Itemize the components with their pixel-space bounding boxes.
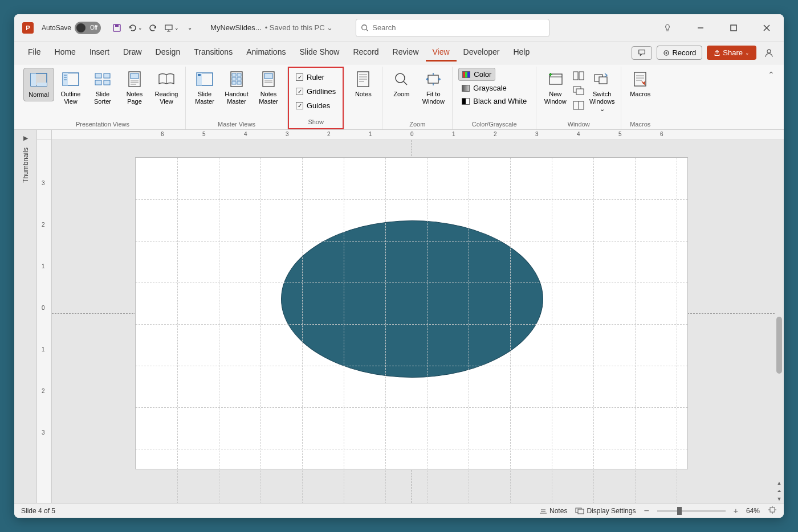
handout-master-button[interactable]: Handout Master [221,68,252,108]
slide[interactable] [135,157,688,469]
tab-view[interactable]: View [426,44,457,62]
zoom-slider[interactable] [657,510,726,512]
group-show: ✓Ruler ✓Gridlines ✓Guides Show [288,67,344,129]
help-hint-button[interactable] [655,19,680,37]
undo-button[interactable]: ⌄ [127,20,143,36]
grayscale-button[interactable]: Grayscale [458,82,510,94]
reading-view-button[interactable]: Reading View [151,68,182,108]
notes-master-button[interactable]: Notes Master [253,68,284,108]
next-slide-button[interactable]: ▼ [775,496,784,502]
user-icon [764,48,773,58]
collapse-ribbon-button[interactable]: ⌃ [768,70,775,79]
display-settings-button[interactable]: Display Settings [575,507,636,515]
svg-rect-12 [63,73,68,85]
save-button[interactable] [109,20,125,36]
notespage-icon [128,71,141,87]
horizontal-ruler[interactable]: 6543210123456 [52,130,784,140]
tab-review[interactable]: Review [386,44,426,62]
tab-insert[interactable]: Insert [83,44,116,62]
group-label: Macros [625,119,656,129]
zoom-out-button[interactable]: − [644,506,649,516]
ruler-checkbox[interactable]: ✓Ruler [294,71,327,83]
minimize-button[interactable] [688,19,713,37]
macros-button[interactable]: Macros [625,68,656,100]
notes-page-button[interactable]: Notes Page [119,68,150,108]
tab-draw[interactable]: Draw [116,44,149,62]
gridlines-checkbox[interactable]: ✓Gridlines [294,85,338,97]
redo-button[interactable] [145,20,161,36]
tab-file[interactable]: File [21,44,48,62]
vertical-scrollbar[interactable]: ▲ ⏶ ▼ [775,140,784,503]
group-macros: Macros Macros [621,67,659,129]
svg-rect-28 [237,81,241,84]
thumbnails-panel[interactable]: ▶ Thumbnails [14,130,37,503]
ruler-corner [37,130,52,140]
notes-toggle[interactable]: Notes [539,507,567,515]
slide-canvas[interactable] [52,140,775,503]
svg-rect-30 [264,73,272,79]
user-button[interactable] [761,44,777,62]
qat-more-button[interactable]: ⌄ [182,20,198,36]
expand-thumbnails-icon[interactable]: ▶ [23,134,28,142]
tab-slide-show[interactable]: Slide Show [292,44,346,62]
cascade-button[interactable] [572,84,585,97]
guides-checkbox[interactable]: ✓Guides [294,100,332,112]
file-name[interactable]: MyNewSlides... [210,23,262,32]
sorter-icon [94,72,111,86]
notes-button[interactable]: Notes [348,68,378,100]
fit-to-window-button[interactable]: Fit to Window [418,68,449,108]
slide-master-button[interactable]: Slide Master [189,68,220,108]
svg-rect-38 [576,89,584,95]
ellipse-shape[interactable] [281,220,543,378]
record-button[interactable]: Record [657,46,702,60]
arrange-all-button[interactable] [572,69,585,83]
split-icon [573,101,584,110]
maximize-button[interactable] [721,19,746,37]
share-button[interactable]: Share⌄ [707,46,756,60]
tab-home[interactable]: Home [48,44,83,62]
svg-rect-14 [104,73,110,78]
outline-view-button[interactable]: Outline View [55,68,86,108]
saved-status[interactable]: • Saved to this PC ⌄ [265,23,333,32]
zoom-level[interactable]: 64% [746,507,760,515]
svg-rect-2 [165,25,172,30]
tab-record[interactable]: Record [346,44,385,62]
switch-windows-button[interactable]: Switch Windows ⌄ [587,68,617,116]
svg-rect-9 [31,73,36,86]
zoom-slider-thumb[interactable] [677,507,682,515]
comments-button[interactable] [632,46,652,60]
normal-view-button[interactable]: Normal [23,68,54,101]
blackwhite-button[interactable]: Black and White [458,95,530,107]
svg-rect-13 [95,73,101,78]
search-box[interactable] [356,19,549,37]
slide-counter[interactable]: Slide 4 of 5 [21,507,55,515]
present-button[interactable]: ⌄ [164,20,180,36]
tab-transitions[interactable]: Transitions [187,44,239,62]
move-split-button[interactable] [572,99,585,112]
svg-point-3 [362,24,367,30]
tab-developer[interactable]: Developer [457,44,507,62]
outline-icon [62,72,79,86]
autosave-toggle[interactable]: Off [75,22,101,34]
fit-to-window-status-button[interactable] [768,505,777,516]
slide-sorter-button[interactable]: Slide Sorter [87,68,118,108]
zoom-in-button[interactable]: + [734,506,738,515]
zoom-button[interactable]: Zoom [386,68,417,100]
scrollbar-thumb[interactable] [776,317,782,374]
prev-slide-button[interactable]: ▲ [775,480,784,486]
tab-help[interactable]: Help [506,44,536,62]
prev-slide-set-button[interactable]: ⏶ [775,488,784,494]
newwindow-icon [547,72,563,87]
vertical-ruler[interactable]: 3210123 [37,140,52,503]
new-window-button[interactable]: New Window [540,68,571,108]
close-button[interactable] [754,19,779,37]
color-button[interactable]: Color [458,68,495,81]
group-label: Presentation Views [23,119,182,129]
svg-rect-18 [131,73,139,79]
tab-animations[interactable]: Animations [239,44,292,62]
group-color-grayscale: Color Grayscale Black and White Color/Gr… [453,67,536,129]
svg-rect-34 [549,74,562,84]
svg-rect-16 [104,80,110,85]
search-input[interactable] [372,23,544,32]
tab-design[interactable]: Design [149,44,188,62]
